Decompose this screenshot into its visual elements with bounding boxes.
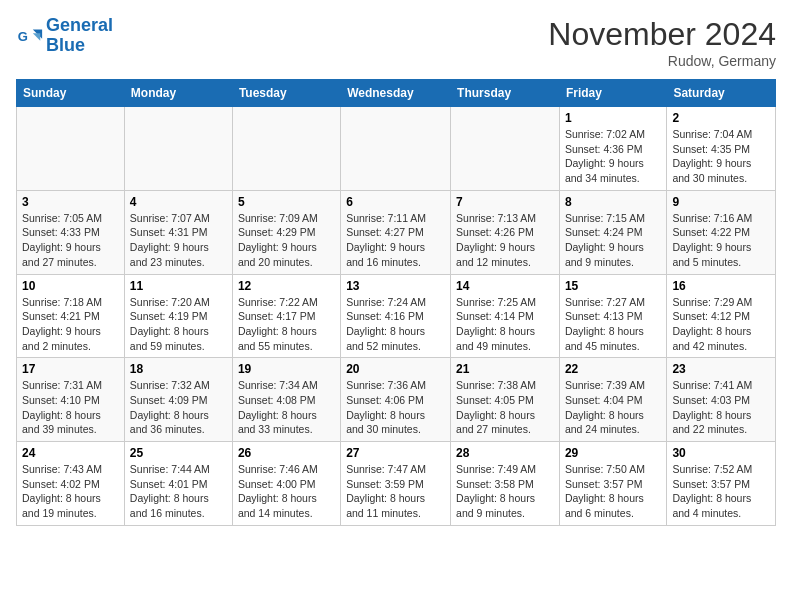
calendar-cell: 9Sunrise: 7:16 AM Sunset: 4:22 PM Daylig…	[667, 190, 776, 274]
location-subtitle: Rudow, Germany	[548, 53, 776, 69]
day-info: Sunrise: 7:27 AM Sunset: 4:13 PM Dayligh…	[565, 295, 661, 354]
day-number: 8	[565, 195, 661, 209]
day-number: 29	[565, 446, 661, 460]
day-number: 3	[22, 195, 119, 209]
calendar-cell: 22Sunrise: 7:39 AM Sunset: 4:04 PM Dayli…	[559, 358, 666, 442]
day-number: 15	[565, 279, 661, 293]
day-info: Sunrise: 7:44 AM Sunset: 4:01 PM Dayligh…	[130, 462, 227, 521]
week-row-2: 10Sunrise: 7:18 AM Sunset: 4:21 PM Dayli…	[17, 274, 776, 358]
header-wednesday: Wednesday	[341, 80, 451, 107]
day-info: Sunrise: 7:05 AM Sunset: 4:33 PM Dayligh…	[22, 211, 119, 270]
day-number: 20	[346, 362, 445, 376]
day-info: Sunrise: 7:32 AM Sunset: 4:09 PM Dayligh…	[130, 378, 227, 437]
calendar-cell: 4Sunrise: 7:07 AM Sunset: 4:31 PM Daylig…	[124, 190, 232, 274]
calendar-cell: 26Sunrise: 7:46 AM Sunset: 4:00 PM Dayli…	[232, 442, 340, 526]
day-info: Sunrise: 7:07 AM Sunset: 4:31 PM Dayligh…	[130, 211, 227, 270]
day-info: Sunrise: 7:11 AM Sunset: 4:27 PM Dayligh…	[346, 211, 445, 270]
calendar-header: Sunday Monday Tuesday Wednesday Thursday…	[17, 80, 776, 107]
day-number: 5	[238, 195, 335, 209]
day-info: Sunrise: 7:41 AM Sunset: 4:03 PM Dayligh…	[672, 378, 770, 437]
header-friday: Friday	[559, 80, 666, 107]
calendar-cell: 7Sunrise: 7:13 AM Sunset: 4:26 PM Daylig…	[451, 190, 560, 274]
calendar-cell: 16Sunrise: 7:29 AM Sunset: 4:12 PM Dayli…	[667, 274, 776, 358]
svg-text:G: G	[18, 28, 28, 43]
calendar-cell: 1Sunrise: 7:02 AM Sunset: 4:36 PM Daylig…	[559, 107, 666, 191]
logo-line1: General	[46, 15, 113, 35]
calendar-cell: 24Sunrise: 7:43 AM Sunset: 4:02 PM Dayli…	[17, 442, 125, 526]
calendar-cell: 10Sunrise: 7:18 AM Sunset: 4:21 PM Dayli…	[17, 274, 125, 358]
day-number: 13	[346, 279, 445, 293]
calendar-cell: 11Sunrise: 7:20 AM Sunset: 4:19 PM Dayli…	[124, 274, 232, 358]
calendar-cell: 8Sunrise: 7:15 AM Sunset: 4:24 PM Daylig…	[559, 190, 666, 274]
day-info: Sunrise: 7:31 AM Sunset: 4:10 PM Dayligh…	[22, 378, 119, 437]
day-number: 11	[130, 279, 227, 293]
calendar-cell	[341, 107, 451, 191]
week-row-3: 17Sunrise: 7:31 AM Sunset: 4:10 PM Dayli…	[17, 358, 776, 442]
calendar-cell	[451, 107, 560, 191]
day-number: 26	[238, 446, 335, 460]
calendar-cell	[232, 107, 340, 191]
day-number: 19	[238, 362, 335, 376]
header-monday: Monday	[124, 80, 232, 107]
day-info: Sunrise: 7:52 AM Sunset: 3:57 PM Dayligh…	[672, 462, 770, 521]
calendar-cell: 21Sunrise: 7:38 AM Sunset: 4:05 PM Dayli…	[451, 358, 560, 442]
calendar-cell: 2Sunrise: 7:04 AM Sunset: 4:35 PM Daylig…	[667, 107, 776, 191]
logo-line2: Blue	[46, 35, 85, 55]
day-number: 9	[672, 195, 770, 209]
day-number: 10	[22, 279, 119, 293]
calendar-cell: 27Sunrise: 7:47 AM Sunset: 3:59 PM Dayli…	[341, 442, 451, 526]
week-row-4: 24Sunrise: 7:43 AM Sunset: 4:02 PM Dayli…	[17, 442, 776, 526]
header-saturday: Saturday	[667, 80, 776, 107]
calendar-cell: 20Sunrise: 7:36 AM Sunset: 4:06 PM Dayli…	[341, 358, 451, 442]
calendar-cell: 30Sunrise: 7:52 AM Sunset: 3:57 PM Dayli…	[667, 442, 776, 526]
header-sunday: Sunday	[17, 80, 125, 107]
day-info: Sunrise: 7:43 AM Sunset: 4:02 PM Dayligh…	[22, 462, 119, 521]
day-number: 28	[456, 446, 554, 460]
week-row-1: 3Sunrise: 7:05 AM Sunset: 4:33 PM Daylig…	[17, 190, 776, 274]
logo-text: General Blue	[46, 16, 113, 56]
day-info: Sunrise: 7:46 AM Sunset: 4:00 PM Dayligh…	[238, 462, 335, 521]
day-info: Sunrise: 7:02 AM Sunset: 4:36 PM Dayligh…	[565, 127, 661, 186]
day-number: 7	[456, 195, 554, 209]
day-number: 4	[130, 195, 227, 209]
header-row: Sunday Monday Tuesday Wednesday Thursday…	[17, 80, 776, 107]
day-info: Sunrise: 7:50 AM Sunset: 3:57 PM Dayligh…	[565, 462, 661, 521]
day-number: 14	[456, 279, 554, 293]
day-info: Sunrise: 7:29 AM Sunset: 4:12 PM Dayligh…	[672, 295, 770, 354]
day-number: 23	[672, 362, 770, 376]
calendar-cell: 28Sunrise: 7:49 AM Sunset: 3:58 PM Dayli…	[451, 442, 560, 526]
day-info: Sunrise: 7:24 AM Sunset: 4:16 PM Dayligh…	[346, 295, 445, 354]
week-row-0: 1Sunrise: 7:02 AM Sunset: 4:36 PM Daylig…	[17, 107, 776, 191]
day-number: 6	[346, 195, 445, 209]
day-number: 2	[672, 111, 770, 125]
day-number: 12	[238, 279, 335, 293]
calendar-cell: 3Sunrise: 7:05 AM Sunset: 4:33 PM Daylig…	[17, 190, 125, 274]
calendar-cell: 23Sunrise: 7:41 AM Sunset: 4:03 PM Dayli…	[667, 358, 776, 442]
day-info: Sunrise: 7:20 AM Sunset: 4:19 PM Dayligh…	[130, 295, 227, 354]
calendar-cell: 17Sunrise: 7:31 AM Sunset: 4:10 PM Dayli…	[17, 358, 125, 442]
day-info: Sunrise: 7:36 AM Sunset: 4:06 PM Dayligh…	[346, 378, 445, 437]
day-number: 24	[22, 446, 119, 460]
calendar-cell: 13Sunrise: 7:24 AM Sunset: 4:16 PM Dayli…	[341, 274, 451, 358]
page-header: G General Blue November 2024 Rudow, Germ…	[16, 16, 776, 69]
day-number: 21	[456, 362, 554, 376]
svg-marker-2	[33, 33, 40, 40]
calendar-table: Sunday Monday Tuesday Wednesday Thursday…	[16, 79, 776, 526]
calendar-cell: 14Sunrise: 7:25 AM Sunset: 4:14 PM Dayli…	[451, 274, 560, 358]
title-block: November 2024 Rudow, Germany	[548, 16, 776, 69]
day-info: Sunrise: 7:25 AM Sunset: 4:14 PM Dayligh…	[456, 295, 554, 354]
day-info: Sunrise: 7:09 AM Sunset: 4:29 PM Dayligh…	[238, 211, 335, 270]
day-info: Sunrise: 7:18 AM Sunset: 4:21 PM Dayligh…	[22, 295, 119, 354]
day-info: Sunrise: 7:04 AM Sunset: 4:35 PM Dayligh…	[672, 127, 770, 186]
day-info: Sunrise: 7:34 AM Sunset: 4:08 PM Dayligh…	[238, 378, 335, 437]
day-info: Sunrise: 7:15 AM Sunset: 4:24 PM Dayligh…	[565, 211, 661, 270]
day-info: Sunrise: 7:16 AM Sunset: 4:22 PM Dayligh…	[672, 211, 770, 270]
calendar-cell: 25Sunrise: 7:44 AM Sunset: 4:01 PM Dayli…	[124, 442, 232, 526]
calendar-cell: 29Sunrise: 7:50 AM Sunset: 3:57 PM Dayli…	[559, 442, 666, 526]
day-number: 18	[130, 362, 227, 376]
day-number: 22	[565, 362, 661, 376]
day-info: Sunrise: 7:13 AM Sunset: 4:26 PM Dayligh…	[456, 211, 554, 270]
header-thursday: Thursday	[451, 80, 560, 107]
header-tuesday: Tuesday	[232, 80, 340, 107]
day-info: Sunrise: 7:49 AM Sunset: 3:58 PM Dayligh…	[456, 462, 554, 521]
